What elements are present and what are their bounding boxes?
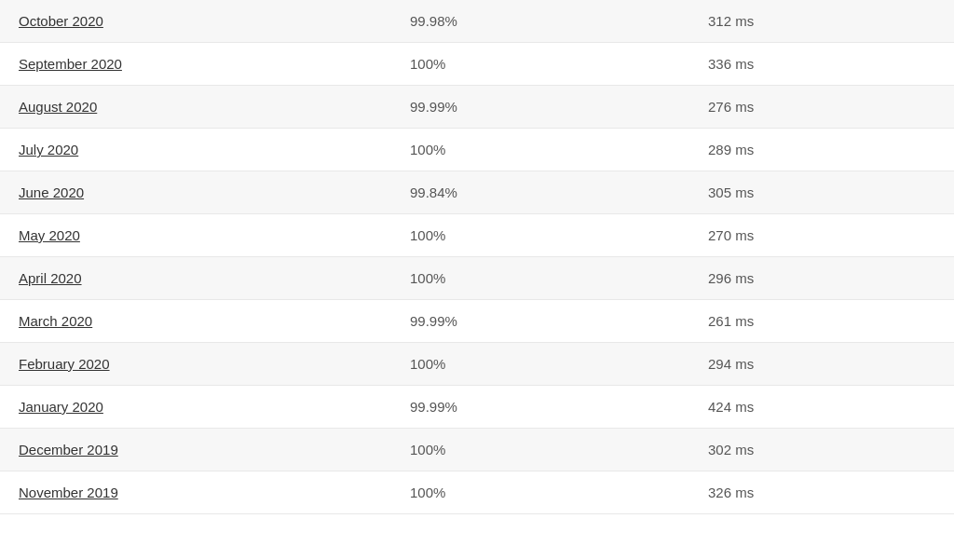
uptime-value: 100% [410, 442, 445, 458]
month-link[interactable]: September 2020 [19, 56, 122, 72]
uptime-value: 100% [410, 356, 445, 372]
response-value: 424 ms [708, 399, 754, 415]
table-row: December 2019100%302 ms [0, 429, 954, 471]
response-value: 336 ms [708, 56, 754, 72]
response-value: 302 ms [708, 442, 754, 458]
table-row: October 202099.98%312 ms [0, 0, 954, 43]
uptime-value: 99.99% [410, 99, 457, 115]
uptime-value: 99.98% [410, 13, 457, 29]
response-value: 312 ms [708, 13, 754, 29]
response-value: 294 ms [708, 356, 754, 372]
table-row: July 2020100%289 ms [0, 129, 954, 171]
uptime-value: 100% [410, 142, 445, 157]
uptime-table: October 202099.98%312 msSeptember 202010… [0, 0, 954, 560]
table-row: November 2019100%326 ms [0, 471, 954, 514]
table-row: January 202099.99%424 ms [0, 386, 954, 429]
response-value: 261 ms [708, 313, 754, 329]
table-row: May 2020100%270 ms [0, 214, 954, 257]
month-link[interactable]: February 2020 [19, 356, 110, 372]
month-link[interactable]: December 2019 [19, 442, 118, 458]
uptime-value: 99.99% [410, 399, 457, 415]
month-link[interactable]: October 2020 [19, 13, 103, 29]
response-value: 289 ms [708, 142, 754, 157]
table-row: September 2020100%336 ms [0, 43, 954, 86]
uptime-value: 100% [410, 56, 445, 72]
uptime-value: 100% [410, 270, 445, 286]
table-row: April 2020100%296 ms [0, 257, 954, 300]
response-value: 276 ms [708, 99, 754, 115]
response-value: 326 ms [708, 485, 754, 500]
table-row: March 202099.99%261 ms [0, 300, 954, 343]
month-link[interactable]: August 2020 [19, 99, 97, 115]
table-row: February 2020100%294 ms [0, 343, 954, 386]
month-link[interactable]: June 2020 [19, 184, 84, 200]
uptime-value: 99.84% [410, 184, 457, 200]
response-value: 296 ms [708, 270, 754, 286]
table-row: June 202099.84%305 ms [0, 171, 954, 214]
month-link[interactable]: April 2020 [19, 270, 82, 286]
uptime-value: 100% [410, 485, 445, 500]
table-row: August 202099.99%276 ms [0, 86, 954, 129]
month-link[interactable]: May 2020 [19, 227, 80, 243]
uptime-value: 99.99% [410, 313, 457, 329]
month-link[interactable]: January 2020 [19, 399, 103, 415]
uptime-value: 100% [410, 227, 445, 243]
response-value: 270 ms [708, 227, 754, 243]
month-link[interactable]: November 2019 [19, 485, 118, 500]
response-value: 305 ms [708, 184, 754, 200]
month-link[interactable]: July 2020 [19, 142, 78, 157]
month-link[interactable]: March 2020 [19, 313, 92, 329]
